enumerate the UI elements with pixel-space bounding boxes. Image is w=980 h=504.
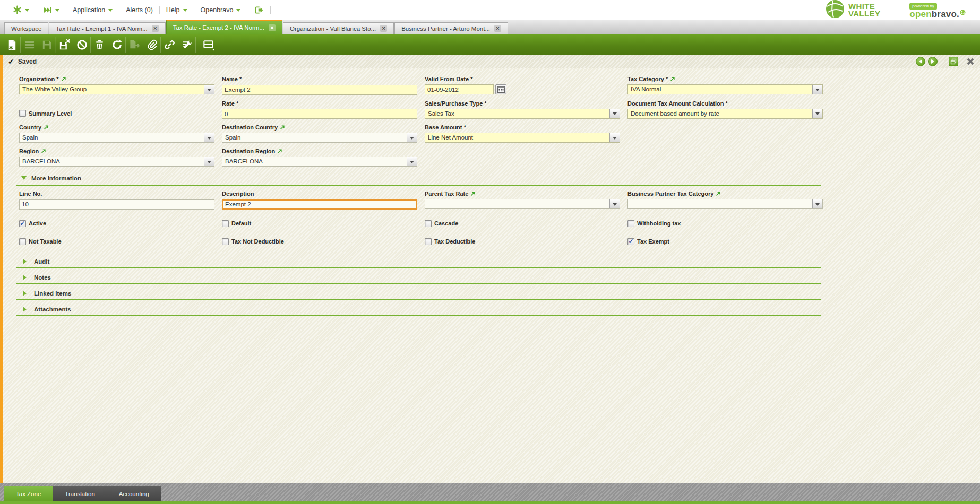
link-arrow-icon[interactable] — [670, 76, 675, 82]
toggle-view-button[interactable] — [200, 37, 217, 53]
field-not-taxable[interactable]: Not Taxable — [19, 238, 214, 245]
cancel-button[interactable] — [73, 37, 91, 53]
link-arrow-icon[interactable] — [44, 125, 49, 130]
refresh-button[interactable] — [108, 37, 126, 53]
business-partner-tax-category-select[interactable] — [627, 199, 823, 209]
not-taxable-checkbox[interactable] — [19, 238, 26, 245]
rate-input[interactable] — [222, 109, 417, 119]
tab-close-icon[interactable] — [152, 25, 159, 32]
expand-icon[interactable] — [23, 275, 29, 280]
calendar-button[interactable] — [495, 84, 506, 94]
chevron-down-icon[interactable] — [236, 9, 240, 14]
delete-button[interactable] — [91, 37, 108, 53]
tab-close-icon[interactable] — [269, 24, 276, 31]
parent-tax-rate-select[interactable] — [425, 199, 620, 209]
default-checkbox[interactable] — [222, 220, 229, 227]
doc-tax-amount-calculation-select[interactable]: Document based amount by rate — [627, 109, 823, 119]
dropdown-arrow-icon[interactable] — [609, 199, 620, 208]
cascade-checkbox[interactable] — [425, 220, 432, 227]
chevron-down-icon[interactable] — [108, 9, 113, 14]
logout-button[interactable] — [248, 5, 269, 15]
dropdown-arrow-icon[interactable] — [204, 85, 214, 94]
link-arrow-icon[interactable] — [280, 125, 285, 130]
field-active[interactable]: ✓ Active — [19, 220, 214, 227]
dropdown-arrow-icon[interactable] — [609, 109, 620, 118]
destination-country-select[interactable]: Spain — [222, 133, 417, 143]
next-record-button[interactable] — [928, 57, 938, 66]
tax-deductible-checkbox[interactable] — [425, 238, 432, 245]
tab-organization-vall-blanca[interactable]: Organization - Vall Blanca Sto... — [283, 22, 394, 34]
dropdown-arrow-icon[interactable] — [812, 109, 822, 118]
tab-business-partner-arturo[interactable]: Business Partner - Arturo Mont... — [394, 22, 508, 34]
country-select[interactable]: Spain — [19, 133, 214, 143]
expand-icon[interactable] — [23, 307, 29, 312]
copy-record-button[interactable] — [126, 37, 143, 53]
link-arrow-icon[interactable] — [716, 191, 721, 196]
field-tax-exempt[interactable]: ✓ Tax Exempt — [627, 238, 823, 245]
section-more-information[interactable]: More Information — [16, 171, 821, 186]
logout-icon[interactable] — [254, 5, 264, 15]
dropdown-arrow-icon[interactable] — [407, 133, 417, 142]
chevron-down-icon[interactable] — [183, 9, 187, 14]
grid-view-button[interactable] — [21, 37, 38, 53]
summary-level-checkbox[interactable] — [19, 110, 26, 117]
tab-close-icon[interactable] — [494, 25, 501, 32]
dropdown-arrow-icon[interactable] — [407, 157, 417, 166]
field-tax-deductible[interactable]: Tax Deductible — [425, 238, 620, 245]
tab-tax-rate-exempt-1[interactable]: Tax Rate - Exempt 1 - IVA Norm... — [49, 22, 165, 34]
link-arrow-icon[interactable] — [277, 149, 282, 154]
organization-select[interactable]: The White Valley Group — [19, 84, 214, 94]
section-notes[interactable]: Notes — [16, 272, 821, 284]
attachment-button[interactable] — [143, 37, 161, 53]
region-select[interactable]: BARCELONA — [19, 157, 214, 167]
maximize-button[interactable] — [949, 57, 958, 66]
field-withholding-tax[interactable]: Withholding tax — [627, 220, 823, 227]
quick-create-menu[interactable] — [37, 6, 65, 14]
close-form-button[interactable] — [965, 57, 976, 66]
link-arrow-icon[interactable] — [470, 191, 476, 196]
sales-purchase-type-select[interactable]: Sales Tax — [425, 109, 620, 119]
active-checkbox[interactable]: ✓ — [19, 220, 26, 227]
description-input[interactable] — [222, 199, 417, 210]
dropdown-arrow-icon[interactable] — [812, 199, 822, 208]
previous-record-button[interactable] — [916, 57, 925, 66]
expand-icon[interactable] — [23, 259, 29, 264]
tab-tax-rate-exempt-2[interactable]: Tax Rate - Exempt 2 - IVA Norm... — [166, 20, 282, 34]
line-no-input[interactable] — [19, 199, 214, 210]
quick-create-icon[interactable] — [42, 6, 52, 14]
dropdown-arrow-icon[interactable] — [609, 133, 620, 142]
tab-close-icon[interactable] — [380, 25, 387, 32]
new-record-button[interactable] — [3, 37, 21, 53]
tab-workspace[interactable]: Workspace — [4, 22, 48, 34]
withholding-tax-checkbox[interactable] — [627, 220, 634, 227]
field-summary-level[interactable]: Summary Level — [19, 108, 214, 119]
menu-openbravo[interactable]: Openbravo — [195, 6, 246, 14]
section-linked-items[interactable]: Linked Items — [16, 288, 821, 300]
tax-not-deductible-checkbox[interactable] — [222, 238, 229, 245]
field-tax-not-deductible[interactable]: Tax Not Deductible — [222, 238, 417, 245]
bottom-tab-translation[interactable]: Translation — [53, 486, 107, 501]
quick-launch-menu[interactable] — [7, 5, 35, 14]
chevron-down-icon[interactable] — [25, 9, 29, 14]
dropdown-arrow-icon[interactable] — [204, 157, 214, 166]
tax-category-select[interactable]: IVA Normal — [627, 84, 823, 94]
link-arrow-icon[interactable] — [61, 76, 66, 82]
save-close-button[interactable] — [56, 37, 73, 53]
tax-exempt-checkbox[interactable]: ✓ — [627, 238, 634, 245]
menu-application[interactable]: Application — [67, 6, 118, 14]
link-button[interactable] — [161, 37, 178, 53]
bottom-tab-accounting[interactable]: Accounting — [107, 486, 161, 501]
tools-button[interactable] — [178, 37, 196, 53]
section-attachments[interactable]: Attachments — [16, 304, 821, 316]
field-cascade[interactable]: Cascade — [425, 220, 620, 227]
field-default[interactable]: Default — [222, 220, 417, 227]
base-amount-select[interactable]: Line Net Amount — [425, 133, 620, 143]
name-input[interactable] — [222, 85, 417, 95]
collapse-icon[interactable] — [21, 176, 27, 183]
destination-region-select[interactable]: BARCELONA — [222, 157, 417, 167]
dropdown-arrow-icon[interactable] — [812, 85, 822, 94]
valid-from-date-input[interactable] — [425, 84, 494, 94]
dropdown-arrow-icon[interactable] — [204, 133, 214, 142]
section-audit[interactable]: Audit — [16, 256, 821, 268]
quick-launch-icon[interactable] — [13, 5, 22, 14]
